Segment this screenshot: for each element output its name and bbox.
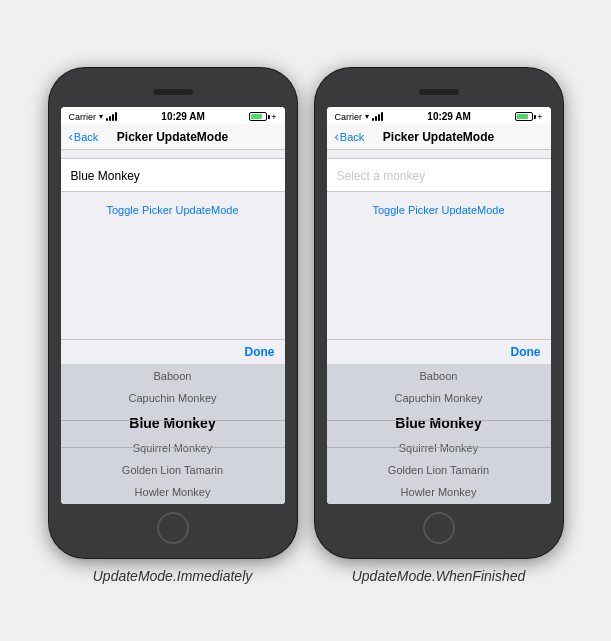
back-chevron-icon: ‹	[69, 130, 73, 143]
picker[interactable]: BaboonCapuchin MonkeyBlue MonkeySquirrel…	[327, 364, 551, 504]
back-button[interactable]: ‹ Back	[335, 130, 365, 143]
home-button[interactable]	[423, 512, 455, 544]
signal-bar-2	[375, 116, 377, 121]
battery-fill	[517, 114, 528, 119]
picker-item[interactable]: Golden Lion Tamarin	[61, 459, 285, 481]
phone-wrapper-immediately: Carrier ▾ 10:29 AM +	[49, 68, 297, 584]
signal-bar-4	[381, 112, 383, 121]
battery-icon	[515, 112, 533, 121]
text-field-row[interactable]: Blue Monkey	[61, 158, 285, 192]
phone-bottom	[325, 504, 553, 544]
signal-bars	[106, 112, 117, 121]
text-field-row[interactable]: Select a monkey	[327, 158, 551, 192]
carrier-label: Carrier	[335, 112, 363, 122]
phone-immediately: Carrier ▾ 10:29 AM +	[49, 68, 297, 558]
phone-bottom	[59, 504, 287, 544]
status-bar: Carrier ▾ 10:29 AM +	[327, 107, 551, 124]
picker-item[interactable]: Howler Monkey	[61, 481, 285, 503]
signal-bar-3	[378, 114, 380, 121]
signal-bar-1	[106, 118, 108, 121]
picker-item[interactable]: Howler Monkey	[327, 481, 551, 503]
phones-row: Carrier ▾ 10:29 AM +	[49, 48, 563, 594]
done-button[interactable]: Done	[511, 345, 541, 359]
phone-label-immediately: UpdateMode.Immediately	[93, 568, 253, 584]
wifi-icon: ▾	[99, 112, 103, 121]
status-right: +	[515, 112, 542, 122]
picker-item[interactable]: Baboon	[61, 365, 285, 387]
screen-content: Select a monkeyToggle Picker UpdateModeD…	[327, 150, 551, 503]
picker-item[interactable]: Golden Lion Tamarin	[327, 459, 551, 481]
phone-whenfinished: Carrier ▾ 10:29 AM +	[315, 68, 563, 558]
phone-wrapper-whenfinished: Carrier ▾ 10:29 AM +	[315, 68, 563, 584]
toggle-picker-link[interactable]: Toggle Picker UpdateMode	[372, 204, 504, 216]
picker-item[interactable]: Blue Monkey	[327, 409, 551, 437]
carrier-label: Carrier	[69, 112, 97, 122]
nav-bar: ‹ Back Picker UpdateMode	[327, 124, 551, 150]
picker[interactable]: BaboonCapuchin MonkeyBlue MonkeySquirrel…	[61, 364, 285, 504]
signal-bars	[372, 112, 383, 121]
text-field-placeholder: Select a monkey	[337, 169, 426, 183]
text-field-value: Blue Monkey	[71, 169, 140, 183]
nav-bar: ‹ Back Picker UpdateMode	[61, 124, 285, 150]
picker-item[interactable]: Capuchin Monkey	[327, 387, 551, 409]
speaker	[153, 89, 193, 95]
back-chevron-icon: ‹	[335, 130, 339, 143]
signal-bar-2	[109, 116, 111, 121]
screen-whenfinished: Carrier ▾ 10:29 AM +	[327, 107, 551, 503]
back-label: Back	[74, 131, 98, 143]
toggle-picker-link[interactable]: Toggle Picker UpdateMode	[106, 204, 238, 216]
charging-icon: +	[537, 112, 542, 122]
speaker	[419, 89, 459, 95]
back-button[interactable]: ‹ Back	[69, 130, 99, 143]
nav-title: Picker UpdateMode	[117, 130, 228, 144]
phone-label-whenfinished: UpdateMode.WhenFinished	[352, 568, 526, 584]
signal-bar-4	[115, 112, 117, 121]
charging-icon: +	[271, 112, 276, 122]
status-right: +	[249, 112, 276, 122]
picker-item[interactable]: Capuchin Monkey	[61, 387, 285, 409]
done-button[interactable]: Done	[245, 345, 275, 359]
picker-item[interactable]: Baboon	[327, 365, 551, 387]
phone-top-bar	[325, 82, 553, 104]
battery-fill	[251, 114, 262, 119]
phone-top-bar	[59, 82, 287, 104]
status-bar: Carrier ▾ 10:29 AM +	[61, 107, 285, 124]
status-left: Carrier ▾	[335, 112, 384, 122]
nav-title: Picker UpdateMode	[383, 130, 494, 144]
picker-item[interactable]: Squirrel Monkey	[327, 437, 551, 459]
screen-immediately: Carrier ▾ 10:29 AM +	[61, 107, 285, 503]
status-time: 10:29 AM	[161, 111, 205, 122]
home-button[interactable]	[157, 512, 189, 544]
battery-icon	[249, 112, 267, 121]
signal-bar-3	[112, 114, 114, 121]
wifi-icon: ▾	[365, 112, 369, 121]
picker-item[interactable]: Squirrel Monkey	[61, 437, 285, 459]
status-time: 10:29 AM	[427, 111, 471, 122]
status-left: Carrier ▾	[69, 112, 118, 122]
back-label: Back	[340, 131, 364, 143]
picker-item[interactable]: Blue Monkey	[61, 409, 285, 437]
signal-bar-1	[372, 118, 374, 121]
screen-content: Blue MonkeyToggle Picker UpdateModeDoneB…	[61, 150, 285, 503]
